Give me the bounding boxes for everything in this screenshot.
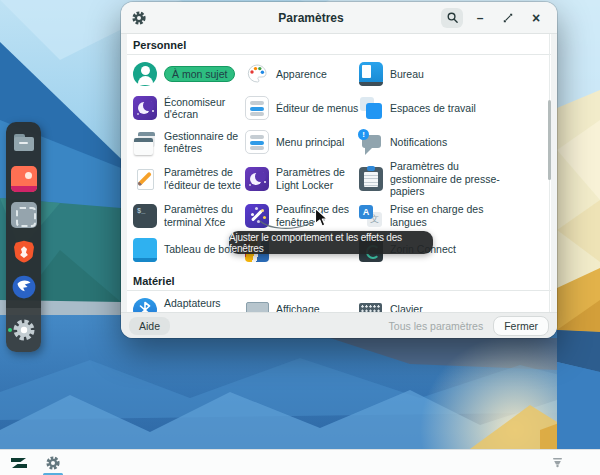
clipboard-icon [359, 167, 383, 191]
all-settings-button[interactable]: Tous les paramètres [389, 320, 484, 332]
item-label: Économiseur d'écran [164, 96, 245, 121]
brave-browser-icon[interactable] [11, 238, 37, 264]
section-title-personnel: Personnel [127, 34, 551, 55]
item-label: Paramètres du gestionnaire de presse-pap… [390, 160, 502, 198]
user-avatar-icon [133, 62, 157, 86]
screenshot-tool-icon[interactable] [11, 202, 37, 228]
item-affichage[interactable]: Affichage [245, 294, 359, 313]
item-langues[interactable]: Prise en charge des langues [359, 200, 551, 232]
item-label: Prise en charge des langues [390, 203, 502, 228]
item-espaces-travail[interactable]: Espaces de travail [359, 92, 551, 124]
item-presse-papiers[interactable]: Paramètres du gestionnaire de presse-pap… [359, 160, 551, 198]
file-manager-icon[interactable] [11, 130, 37, 156]
dock-active-slot[interactable] [6, 308, 41, 352]
bluetooth-icon [133, 298, 157, 313]
window-manager-icon [133, 130, 157, 154]
workspaces-icon [359, 96, 383, 120]
item-label: Menu principal [276, 136, 359, 149]
terminal-icon [133, 204, 157, 228]
item-label: Espaces de travail [390, 102, 502, 115]
section-title-materiel: Matériel [127, 270, 551, 291]
item-editeur-texte[interactable]: Paramètres de l'éditeur de texte [133, 160, 245, 198]
item-bluetooth[interactable]: Adaptateurs Bluetooth [133, 294, 245, 313]
dock [6, 122, 41, 352]
item-label: Gestionnaire de fenêtres [164, 130, 245, 155]
item-bureau[interactable]: Bureau [359, 58, 551, 90]
item-label: Affichage [276, 303, 359, 312]
status-tray-icon [551, 457, 564, 469]
language-icon [359, 204, 383, 228]
tooltip: Ajuster le comportement et les effets de… [229, 231, 433, 254]
item-notifications[interactable]: Notifications [359, 126, 551, 158]
taskbar [0, 449, 600, 475]
settings-list: Personnel À mon sujet Apparence [127, 34, 551, 312]
zorin-menu-icon [10, 455, 28, 471]
settings-gear-icon [11, 317, 37, 343]
maximize-icon [502, 12, 514, 24]
app-gear-icon [131, 10, 147, 26]
item-label: Bureau [390, 68, 502, 81]
help-button[interactable]: Aide [129, 317, 170, 335]
materiel-grid: Adaptateurs Bluetooth Affichage Clavier [127, 291, 551, 313]
item-menu-principal[interactable]: Menu principal [245, 126, 359, 158]
item-a-mon-sujet[interactable]: À mon sujet [133, 58, 245, 90]
settings-window: Paramètres – × Personnel [121, 2, 557, 338]
thunderbird-icon[interactable] [11, 274, 37, 300]
running-indicator [8, 328, 12, 332]
item-label: Paramètres de Light Locker [276, 166, 359, 191]
settings-task-button[interactable] [42, 450, 64, 475]
search-button[interactable] [441, 8, 463, 28]
item-label: Clavier [390, 303, 502, 312]
palette-icon [245, 62, 269, 86]
panel-icon [133, 238, 157, 262]
main-menu-icon [245, 130, 269, 154]
screensaver-icon [133, 96, 157, 120]
system-tray[interactable] [551, 457, 592, 469]
item-label: À mon sujet [164, 66, 235, 83]
settings-task-icon [45, 455, 61, 471]
item-clavier[interactable]: Clavier [359, 294, 551, 313]
window-footer: Aide Tous les paramètres Fermer [121, 312, 557, 338]
item-light-locker[interactable]: Paramètres de Light Locker [245, 160, 359, 198]
search-icon [446, 11, 459, 24]
item-apparence[interactable]: Apparence [245, 58, 359, 90]
keyboard-icon [359, 298, 383, 313]
item-gestionnaire-fenetres[interactable]: Gestionnaire de fenêtres [133, 126, 245, 158]
item-label: Apparence [276, 68, 359, 81]
photos-app-icon[interactable] [11, 166, 37, 192]
maximize-button[interactable] [497, 8, 519, 28]
notifications-icon [359, 130, 383, 154]
close-footer-button[interactable]: Fermer [493, 316, 549, 336]
item-economiseur[interactable]: Économiseur d'écran [133, 92, 245, 124]
item-label: Paramètres de l'éditeur de texte [164, 166, 245, 191]
item-label: Notifications [390, 136, 502, 149]
window-title: Paramètres [187, 11, 435, 25]
item-terminal-xfce[interactable]: Paramètres du terminal Xfce [133, 200, 245, 232]
titlebar[interactable]: Paramètres – × [121, 2, 557, 34]
zorin-menu-button[interactable] [8, 450, 30, 475]
desktop: Paramètres – × Personnel [0, 0, 600, 475]
text-editor-icon [133, 167, 157, 191]
minimize-button[interactable]: – [469, 8, 491, 28]
menu-editor-icon [245, 96, 269, 120]
item-label: Adaptateurs Bluetooth [164, 297, 245, 312]
mouse-cursor [314, 207, 329, 228]
item-editeur-menus[interactable]: Éditeur de menus [245, 92, 359, 124]
close-button[interactable]: × [525, 8, 547, 28]
display-icon [245, 298, 269, 313]
item-label: Paramètres du terminal Xfce [164, 203, 245, 228]
light-locker-icon [245, 167, 269, 191]
item-label: Éditeur de menus [276, 102, 359, 115]
desktop-icon [359, 62, 383, 86]
scrollbar-thumb[interactable] [548, 100, 551, 180]
